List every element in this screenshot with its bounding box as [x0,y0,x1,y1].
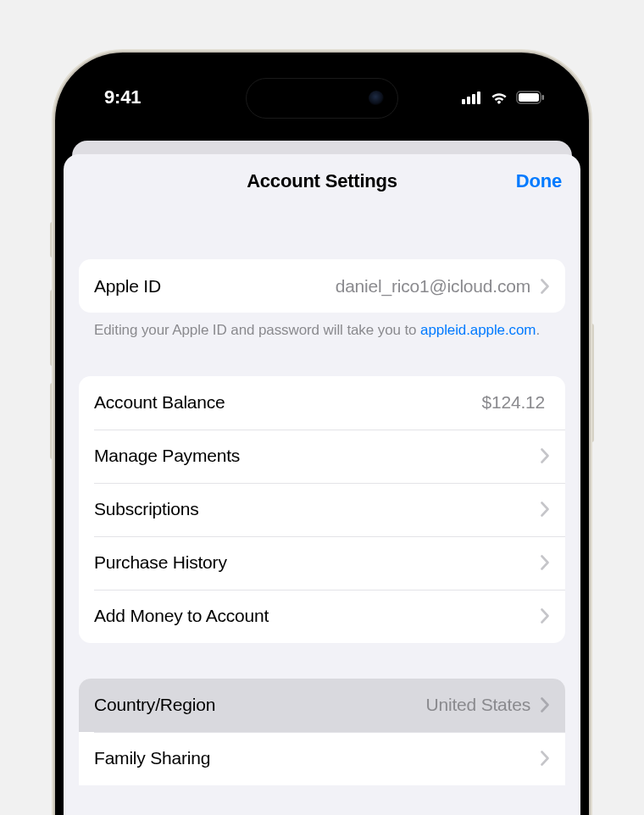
manage-payments-row[interactable]: Manage Payments [79,430,565,483]
chevron-right-icon [541,502,550,517]
apple-id-footer-suffix: . [536,322,540,338]
add-money-label: Add Money to Account [94,606,269,626]
chevron-right-icon [541,751,550,766]
page-title: Account Settings [247,170,397,192]
country-region-label: Country/Region [94,695,215,715]
chevron-right-icon [541,608,550,624]
side-button [589,324,594,442]
dynamic-island [246,78,398,119]
purchase-history-label: Purchase History [94,552,227,573]
phone-frame: 9:41 [55,53,589,815]
apple-id-row[interactable]: Apple ID daniel_rico1@icloud.com [79,259,565,313]
svg-rect-3 [477,91,480,104]
apple-id-footer-link[interactable]: appleid.apple.com [420,322,536,338]
svg-rect-0 [462,99,465,104]
account-balance-value: $124.12 [481,392,545,413]
family-sharing-label: Family Sharing [94,748,210,768]
svg-rect-2 [472,94,475,104]
cellular-icon [462,91,482,104]
status-time: 9:41 [104,86,141,108]
chevron-right-icon [541,448,550,463]
region-group: Country/Region United States Family Shar… [79,679,565,785]
apple-id-footer-text: Editing your Apple ID and password will … [94,322,420,338]
chevron-right-icon [541,697,550,712]
apple-id-group: Apple ID daniel_rico1@icloud.com [79,259,565,313]
subscriptions-label: Subscriptions [94,499,198,519]
account-balance-row[interactable]: Account Balance $124.12 [79,376,565,430]
chevron-right-icon [541,555,550,570]
nav-bar: Account Settings Done [64,154,580,208]
done-button[interactable]: Done [516,154,562,208]
add-money-row[interactable]: Add Money to Account [79,590,565,643]
manage-payments-label: Manage Payments [94,446,240,466]
country-region-row[interactable]: Country/Region United States [79,679,565,732]
account-settings-sheet: Account Settings Done Apple ID daniel_ri… [64,154,580,815]
chevron-right-icon [541,279,550,294]
account-group: Account Balance $124.12 Manage Payments [79,376,565,643]
svg-rect-5 [519,93,539,102]
subscriptions-row[interactable]: Subscriptions [79,483,565,536]
apple-id-label: Apple ID [94,276,161,297]
apple-id-footer: Editing your Apple ID and password will … [79,313,565,341]
family-sharing-row[interactable]: Family Sharing [79,732,565,785]
battery-icon [516,91,545,104]
apple-id-value: daniel_rico1@icloud.com [336,276,530,297]
wifi-icon [489,91,509,104]
country-region-value: United States [426,695,530,715]
svg-rect-6 [542,95,545,100]
svg-rect-1 [467,97,470,104]
purchase-history-row[interactable]: Purchase History [79,536,565,590]
account-balance-label: Account Balance [94,392,225,413]
